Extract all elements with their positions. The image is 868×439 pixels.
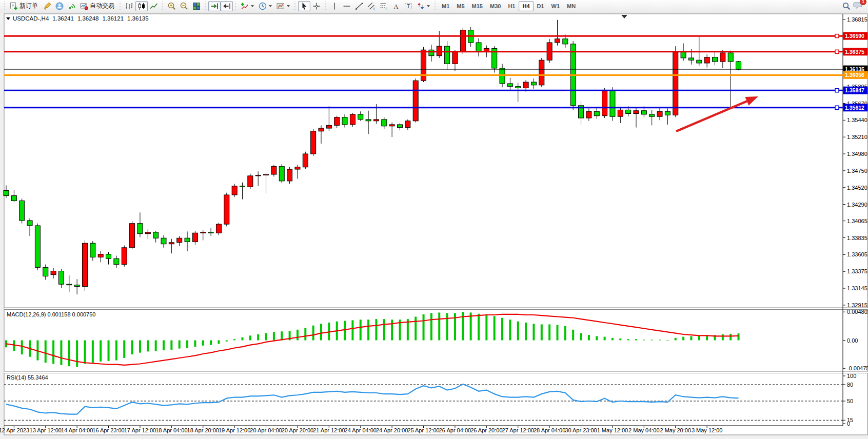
- svg-text:1.34980: 1.34980: [847, 151, 867, 157]
- indicators-button[interactable]: [239, 1, 257, 11]
- high-value: 1.36248: [77, 15, 99, 22]
- svg-text:19 Apr 12:00: 19 Apr 12:00: [219, 427, 250, 433]
- arrows-dropdown-icon[interactable]: [427, 5, 430, 7]
- notification-badge: 1: [860, 0, 866, 5]
- text-label-icon: T: [404, 2, 413, 11]
- timeframe-M15[interactable]: M15: [468, 1, 486, 11]
- community-button[interactable]: [53, 1, 66, 11]
- new-order-button[interactable]: 新订单: [8, 1, 41, 11]
- objects-group: E F A T: [328, 0, 432, 12]
- cursor-button[interactable]: [298, 1, 310, 11]
- svg-text:24 Apr 04:00: 24 Apr 04:00: [345, 427, 377, 433]
- fibonacci-button[interactable]: F: [378, 1, 390, 11]
- svg-text:E: E: [373, 7, 376, 11]
- tile-windows-button[interactable]: [190, 1, 203, 11]
- svg-text:14 Apr 04:00: 14 Apr 04:00: [61, 427, 93, 433]
- svg-text:12 Apr 2023: 12 Apr 2023: [0, 427, 29, 433]
- line-chart-icon: [149, 2, 159, 11]
- timeframe-MN[interactable]: MN: [563, 1, 579, 11]
- timeframe-H4[interactable]: H4: [519, 1, 533, 11]
- signals-button[interactable]: [66, 1, 78, 11]
- chart-title: USDCAD-,H4 1.36241 1.36248 1.36121 1.361…: [6, 15, 152, 22]
- text-label-button[interactable]: T: [402, 1, 415, 11]
- cursor-icon: [300, 2, 309, 11]
- new-order-icon: [9, 2, 18, 11]
- arrows-button[interactable]: [415, 1, 432, 11]
- text-button[interactable]: A: [390, 1, 402, 11]
- channel-icon: E: [367, 2, 376, 11]
- svg-text:18 Apr 04:00: 18 Apr 04:00: [155, 427, 187, 433]
- toolbar-grip[interactable]: [324, 2, 327, 11]
- vertical-line-button[interactable]: [328, 1, 341, 11]
- timeframe-M1[interactable]: M1: [438, 1, 453, 11]
- horizontal-line-icon: [342, 2, 351, 11]
- arrow-objects-icon: [416, 2, 425, 11]
- indicators-dropdown-icon[interactable]: [251, 5, 254, 7]
- zoom-out-button[interactable]: [178, 1, 190, 11]
- zoom-out-icon: [180, 2, 189, 11]
- editor-icon: [43, 2, 52, 11]
- svg-text:21 Apr 12:00: 21 Apr 12:00: [313, 427, 345, 433]
- svg-text:25 Apr 12:00: 25 Apr 12:00: [407, 427, 439, 433]
- svg-text:1.35440: 1.35440: [847, 117, 867, 123]
- quotes-dropdown-icon[interactable]: [6, 17, 10, 20]
- timeframe-D1[interactable]: D1: [534, 1, 548, 11]
- svg-text:80: 80: [847, 382, 853, 388]
- toolbar-grip[interactable]: [293, 2, 297, 11]
- indicators-icon: [240, 2, 249, 11]
- toolbar-grip[interactable]: [119, 2, 122, 11]
- templates-button[interactable]: [274, 1, 292, 11]
- toolbar-grip[interactable]: [161, 2, 165, 11]
- clock-icon: [258, 2, 267, 11]
- timeframe-W1[interactable]: W1: [548, 1, 564, 11]
- auto-scroll-button[interactable]: [208, 1, 221, 11]
- horizontal-line-button[interactable]: [341, 1, 353, 11]
- symbol-period-label: USDCAD-,H4: [13, 15, 49, 22]
- svg-text:50: 50: [847, 398, 853, 404]
- svg-text:1.34520: 1.34520: [847, 185, 867, 191]
- toolbar-grip[interactable]: [433, 2, 437, 11]
- timeframe-M5[interactable]: M5: [453, 1, 468, 11]
- channel-button[interactable]: E: [365, 1, 378, 11]
- timeframe-H1[interactable]: H1: [504, 1, 519, 11]
- svg-text:F: F: [386, 7, 388, 11]
- chat-button[interactable]: 1: [853, 1, 863, 12]
- search-button[interactable]: [840, 1, 853, 11]
- chart-shift-icon: [222, 2, 231, 11]
- svg-text:1.36056: 1.36056: [845, 72, 864, 78]
- chart-shift-button[interactable]: [221, 1, 233, 11]
- templates-dropdown-icon[interactable]: [287, 5, 290, 7]
- editor-button[interactable]: [41, 1, 53, 11]
- svg-text:18 Apr 20:00: 18 Apr 20:00: [187, 427, 219, 433]
- scroll-group: [208, 0, 233, 12]
- timeframe-group: M1M5M15M30H1H4D1W1MN: [438, 0, 579, 12]
- zoom-in-button[interactable]: [166, 1, 178, 11]
- autotrading-button[interactable]: 自动交易: [78, 1, 117, 11]
- svg-text:1.35612: 1.35612: [845, 105, 864, 111]
- svg-text:1.32915: 1.32915: [847, 302, 867, 308]
- zoom-in-icon: [167, 2, 176, 11]
- svg-text:0.00: 0.00: [847, 337, 858, 344]
- chart-canvas[interactable]: 1.368151.365851.363551.361251.358951.356…: [0, 0, 868, 439]
- low-value: 1.36121: [102, 15, 124, 22]
- svg-text:1.35210: 1.35210: [847, 134, 867, 140]
- trendline-button[interactable]: [353, 1, 365, 11]
- svg-text:1.36375: 1.36375: [845, 49, 864, 55]
- bar-chart-button[interactable]: [123, 1, 135, 11]
- svg-text:2 May 20:00: 2 May 20:00: [660, 427, 691, 433]
- toolbar-grip[interactable]: [204, 2, 207, 11]
- periods-button[interactable]: [257, 1, 274, 11]
- timeframe-M30[interactable]: M30: [486, 1, 504, 11]
- periods-dropdown-icon[interactable]: [269, 5, 272, 7]
- trade-group: 新订单: [8, 0, 117, 12]
- svg-text:1.34065: 1.34065: [847, 218, 867, 224]
- crosshair-button[interactable]: [310, 1, 323, 11]
- candlestick-chart-button[interactable]: [135, 1, 148, 11]
- signals-icon: [67, 2, 76, 11]
- svg-text:26 Apr 20:00: 26 Apr 20:00: [470, 427, 502, 433]
- toolbar-grip[interactable]: [234, 2, 238, 11]
- zoom-group: [166, 0, 203, 12]
- toolbar-grip[interactable]: [3, 2, 7, 11]
- line-chart-button[interactable]: [148, 1, 160, 11]
- svg-text:1.33605: 1.33605: [847, 251, 867, 257]
